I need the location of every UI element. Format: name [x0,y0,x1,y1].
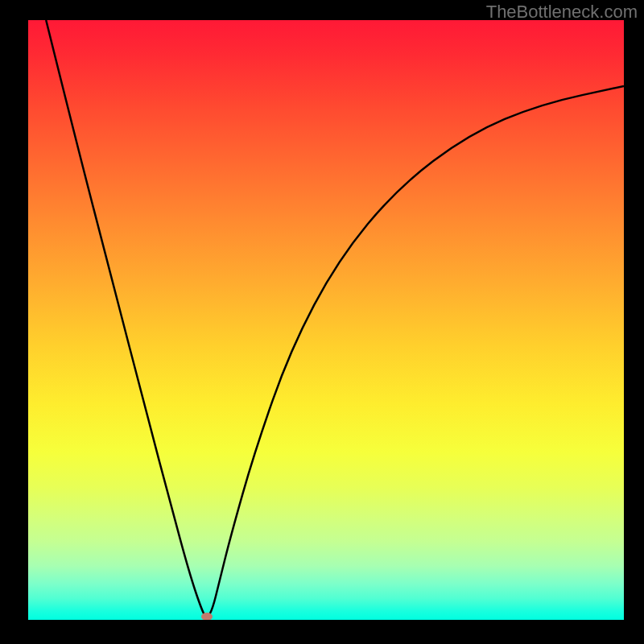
plot-area [28,20,624,620]
bottleneck-curve [28,20,624,620]
marker-min [201,613,213,620]
watermark: TheBottleneck.com [486,2,638,23]
